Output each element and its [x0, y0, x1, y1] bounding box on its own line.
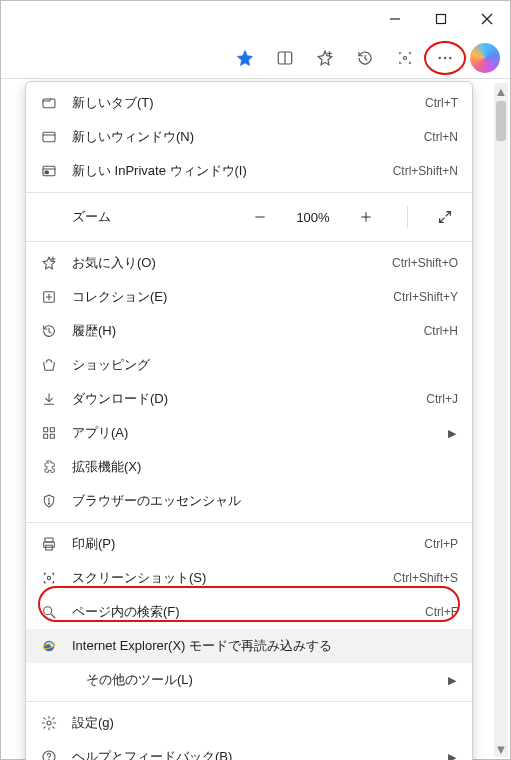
scroll-thumb[interactable] [496, 101, 506, 141]
svg-point-11 [449, 56, 451, 58]
tab-icon [40, 95, 58, 111]
menu-item[interactable]: 印刷(P) Ctrl+P [26, 527, 472, 561]
download-icon [40, 391, 58, 407]
settings-icon [40, 715, 58, 731]
menu-item-label: アプリ(A) [72, 424, 428, 442]
menu-item[interactable]: 拡張機能(X) [26, 450, 472, 484]
menu-item[interactable]: ヘルプとフィードバック(B) ▶ [26, 740, 472, 760]
svg-line-22 [440, 218, 445, 223]
split-screen-icon[interactable] [266, 41, 304, 75]
menu-item[interactable]: スクリーンショット(S) Ctrl+Shift+S [26, 561, 472, 595]
menu-item[interactable]: ショッピング [26, 348, 472, 382]
menu-item[interactable]: コレクション(E) Ctrl+Shift+Y [26, 280, 472, 314]
menu-item-label: Internet Explorer(X) モードで再読み込みする [72, 637, 458, 655]
history-icon[interactable] [346, 41, 384, 75]
copilot-icon [470, 43, 500, 73]
menu-item-label: 新しいタブ(T) [72, 94, 411, 112]
menu-item[interactable]: 新しい InPrivate ウィンドウ(I) Ctrl+Shift+N [26, 154, 472, 188]
svg-rect-17 [45, 171, 48, 174]
svg-line-21 [446, 212, 451, 217]
svg-rect-1 [437, 15, 446, 24]
svg-line-40 [51, 614, 55, 618]
window-icon [40, 129, 58, 145]
minimize-button[interactable] [372, 1, 418, 37]
menu-item[interactable]: アプリ(A) ▶ [26, 416, 472, 450]
scroll-down-icon[interactable]: ▼ [494, 741, 508, 757]
web-capture-icon[interactable] [386, 41, 424, 75]
menu-item-shortcut: Ctrl+P [424, 537, 458, 551]
zoom-row: ズーム 100% [26, 197, 472, 237]
menu-item-shortcut: Ctrl+Shift+S [393, 571, 458, 585]
star-icon [40, 255, 58, 271]
maximize-button[interactable] [418, 1, 464, 37]
menu-item[interactable]: 履歴(H) Ctrl+H [26, 314, 472, 348]
menu-separator [26, 522, 472, 523]
menu-item[interactable]: ブラウザーのエッセンシャル [26, 484, 472, 518]
svg-rect-31 [50, 428, 54, 432]
menu-item[interactable]: お気に入り(O) Ctrl+Shift+O [26, 246, 472, 280]
menu-item[interactable]: 新しいタブ(T) Ctrl+T [26, 86, 472, 120]
overflow-menu: 新しいタブ(T) Ctrl+T 新しいウィンドウ(N) Ctrl+N 新しい I… [25, 81, 473, 760]
more-button[interactable] [426, 41, 464, 75]
menu-item-label: その他のツール(L) [86, 671, 428, 689]
menu-item-label: コレクション(E) [72, 288, 379, 306]
svg-rect-35 [45, 538, 53, 542]
svg-rect-12 [43, 99, 55, 108]
zoom-value: 100% [291, 210, 335, 225]
inprivate-icon [40, 163, 58, 179]
menu-item-label: 設定(g) [72, 714, 458, 732]
scrollbar[interactable]: ▲ ▼ [494, 83, 508, 757]
svg-rect-33 [50, 434, 54, 438]
menu-separator [26, 701, 472, 702]
shopping-icon [40, 357, 58, 373]
svg-point-8 [404, 56, 407, 59]
menu-item[interactable]: ページ内の検索(F) Ctrl+F [26, 595, 472, 629]
zoom-label: ズーム [72, 208, 247, 226]
menu-separator [26, 241, 472, 242]
close-button[interactable] [464, 1, 510, 37]
menu-item-label: 新しいウィンドウ(N) [72, 128, 410, 146]
print-icon [40, 536, 58, 552]
menu-item[interactable]: 新しいウィンドウ(N) Ctrl+N [26, 120, 472, 154]
extensions-icon [40, 459, 58, 475]
menu-item-label: 拡張機能(X) [72, 458, 458, 476]
menu-item-shortcut: Ctrl+N [424, 130, 458, 144]
favorite-star-icon[interactable] [226, 41, 264, 75]
scroll-up-icon[interactable]: ▲ [494, 83, 508, 99]
menu-item-label: ブラウザーのエッセンシャル [72, 492, 458, 510]
menu-item[interactable]: ダウンロード(D) Ctrl+J [26, 382, 472, 416]
svg-point-34 [48, 503, 49, 504]
titlebar [1, 1, 510, 37]
ie-icon [40, 638, 58, 654]
menu-item[interactable]: その他のツール(L) ▶ [26, 663, 472, 697]
add-favorite-icon[interactable] [306, 41, 344, 75]
menu-item[interactable]: 設定(g) [26, 706, 472, 740]
menu-item-shortcut: Ctrl+Shift+N [393, 164, 458, 178]
svg-rect-13 [43, 132, 55, 141]
zoom-out-button[interactable] [247, 204, 273, 230]
svg-point-39 [44, 607, 52, 615]
menu-item[interactable]: Internet Explorer(X) モードで再読み込みする [26, 629, 472, 663]
help-icon [40, 749, 58, 760]
zoom-in-button[interactable] [353, 204, 379, 230]
menu-item-shortcut: Ctrl+Shift+Y [393, 290, 458, 304]
toolbar [1, 37, 510, 79]
fullscreen-button[interactable] [432, 204, 458, 230]
menu-item-shortcut: Ctrl+Shift+O [392, 256, 458, 270]
screenshot-icon [40, 570, 58, 586]
collections-icon [40, 289, 58, 305]
menu-item-shortcut: Ctrl+H [424, 324, 458, 338]
menu-item-label: スクリーンショット(S) [72, 569, 379, 587]
submenu-arrow-icon: ▶ [448, 751, 458, 761]
svg-point-43 [47, 721, 51, 725]
menu-item-label: お気に入り(O) [72, 254, 378, 272]
copilot-button[interactable] [466, 41, 504, 75]
menu-item-label: ページ内の検索(F) [72, 603, 411, 621]
svg-point-44 [43, 751, 55, 760]
menu-item-label: ダウンロード(D) [72, 390, 412, 408]
menu-item-label: ヘルプとフィードバック(B) [72, 748, 428, 760]
menu-item-label: 履歴(H) [72, 322, 410, 340]
find-icon [40, 604, 58, 620]
apps-icon [40, 425, 58, 441]
svg-point-38 [47, 576, 50, 579]
